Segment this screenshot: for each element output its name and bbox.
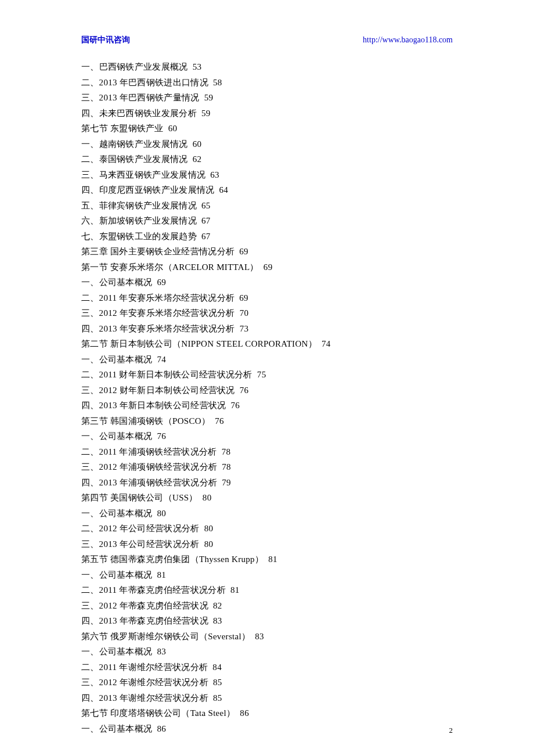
toc-label: 三、2012 年谢维尔经营状况分析: [81, 678, 208, 687]
toc-page-number: 80: [203, 493, 212, 502]
toc-page-number: 70: [240, 308, 249, 318]
toc-entry: 一、公司基本概况 76: [81, 429, 453, 444]
toc-page-number: 80: [204, 539, 214, 549]
toc-entry: 四、2013 年安赛乐米塔尔经营状况分析 73: [81, 321, 453, 337]
toc-page-number: 82: [213, 601, 222, 610]
toc-entry: 二、2011 年浦项钢铁经营状况分析 78: [81, 444, 453, 460]
toc-label: 四、2013 年蒂森克虏伯经营状况: [81, 616, 208, 625]
toc-label: 三、2013 年公司经营状况分析: [81, 539, 200, 549]
toc-label: 四、印度尼西亚钢铁产业发展情况: [81, 185, 215, 195]
toc-label: 三、2012 财年新日本制铁公司经营状况: [81, 386, 235, 395]
toc-entry: 三、2013 年巴西钢铁产量情况 59: [81, 90, 453, 106]
toc-page-number: 65: [201, 201, 211, 210]
toc-page-number: 74: [157, 355, 166, 364]
toc-entry: 五、菲律宾钢铁产业发展情况 65: [81, 198, 453, 214]
toc-label: 七、东盟钢铁工业的发展趋势: [81, 232, 197, 241]
header-company: 国研中讯咨询: [81, 35, 130, 45]
toc-page-number: 53: [193, 62, 202, 71]
toc-page-number: 83: [213, 616, 222, 625]
toc-page-number: 84: [212, 663, 222, 672]
toc-label: 五、菲律宾钢铁产业发展情况: [81, 201, 197, 210]
toc-page-number: 75: [257, 370, 266, 379]
toc-label: 二、2011 年谢维尔经营状况分析: [81, 663, 208, 672]
toc-label: 第七节 东盟钢铁产业: [81, 124, 164, 133]
toc-entry: 第四节 美国钢铁公司（USS） 80: [81, 490, 453, 506]
toc-entry: 第七节 东盟钢铁产业 60: [81, 121, 453, 136]
toc-entry: 第七节 印度塔塔钢铁公司（Tata Steel） 86: [81, 705, 453, 721]
toc-label: 一、公司基本概况: [81, 724, 152, 733]
toc-entry: 第五节 德国蒂森克虏伯集团（Thyssen Krupp） 81: [81, 552, 453, 567]
toc-entry: 一、公司基本概况 69: [81, 275, 453, 290]
toc-entry: 三、2012 年浦项钢铁经营状况分析 78: [81, 459, 453, 475]
toc-page-number: 69: [264, 262, 273, 272]
toc-page-number: 64: [219, 185, 229, 195]
toc-entry: 二、泰国钢铁产业发展情况 62: [81, 152, 453, 167]
toc-page-number: 78: [222, 462, 231, 471]
toc-page-number: 59: [204, 93, 214, 102]
toc-entry: 三、马来西亚钢铁产业发展情况 63: [81, 167, 453, 183]
toc-label: 二、2012 年公司经营状况分析: [81, 524, 200, 533]
toc-entry: 二、2011 年谢维尔经营状况分析 84: [81, 660, 453, 675]
toc-entry: 七、东盟钢铁工业的发展趋势 67: [81, 229, 453, 244]
toc-page-number: 73: [240, 324, 249, 333]
toc-label: 第二节 新日本制铁公司（NIPPON STEEL CORPORATION）: [81, 339, 317, 348]
toc-label: 二、2011 财年新日本制铁公司经营状况分析: [81, 370, 252, 379]
toc-label: 一、公司基本概况: [81, 647, 152, 656]
toc-label: 二、2011 年浦项钢铁经营状况分析: [81, 447, 217, 456]
toc-entry: 三、2012 年安赛乐米塔尔经营状况分析 70: [81, 305, 453, 321]
toc-label: 六、新加坡钢铁产业发展情况: [81, 216, 197, 225]
toc-page-number: 62: [193, 154, 202, 164]
toc-page-number: 60: [193, 139, 202, 149]
toc-page-number: 76: [240, 386, 249, 395]
toc-page-number: 69: [239, 247, 248, 256]
toc-label: 一、公司基本概况: [81, 570, 152, 579]
toc-label: 二、2011 年安赛乐米塔尔经营状况分析: [81, 293, 234, 303]
toc-entry: 三、2012 年蒂森克虏伯经营状况 82: [81, 598, 453, 614]
toc-page-number: 74: [322, 339, 331, 348]
toc-label: 四、未来巴西钢铁业发展分析: [81, 109, 197, 118]
toc-label: 三、2012 年浦项钢铁经营状况分析: [81, 462, 217, 471]
toc-label: 四、2013 年新日本制铁公司经营状况: [81, 401, 226, 410]
toc-label: 四、2013 年谢维尔经营状况分析: [81, 693, 208, 703]
toc-label: 三、2012 年安赛乐米塔尔经营状况分析: [81, 308, 235, 318]
toc-page-number: 83: [255, 632, 264, 641]
toc-page-number: 79: [222, 478, 231, 487]
toc-page-number: 81: [268, 555, 277, 564]
toc-label: 四、2013 年安赛乐米塔尔经营状况分析: [81, 324, 235, 333]
toc-label: 三、2012 年蒂森克虏伯经营状况: [81, 601, 208, 610]
toc-page-number: 80: [157, 509, 166, 518]
toc-page-number: 86: [157, 724, 166, 733]
toc-entry: 一、公司基本概况 86: [81, 721, 453, 737]
toc-entry: 一、公司基本概况 74: [81, 352, 453, 368]
toc-page-number: 60: [168, 124, 178, 133]
toc-entry: 第三章 国外主要钢铁企业经营情况分析 69: [81, 244, 453, 260]
toc-page-number: 80: [204, 524, 214, 533]
toc-label: 第四节 美国钢铁公司（USS）: [81, 493, 198, 502]
toc-label: 二、泰国钢铁产业发展情况: [81, 154, 188, 164]
page-header: 国研中讯咨询 http://www.baogao118.com: [81, 35, 453, 45]
toc-label: 第三章 国外主要钢铁企业经营情况分析: [81, 247, 234, 256]
toc-label: 第一节 安赛乐米塔尔（ARCELOR MITTAL）: [81, 262, 259, 272]
toc-label: 第七节 印度塔塔钢铁公司（Tata Steel）: [81, 708, 235, 718]
toc-page-number: 83: [157, 647, 166, 656]
toc-entry: 四、2013 年蒂森克虏伯经营状况 83: [81, 613, 453, 629]
toc-label: 一、公司基本概况: [81, 431, 152, 441]
toc-label: 一、公司基本概况: [81, 509, 152, 518]
toc-entry: 二、2011 财年新日本制铁公司经营状况分析 75: [81, 367, 453, 383]
toc-page-number: 81: [157, 570, 166, 579]
toc-entry: 三、2013 年公司经营状况分析 80: [81, 537, 453, 552]
toc-entry: 四、2013 年谢维尔经营状况分析 85: [81, 690, 453, 706]
toc-entry: 四、未来巴西钢铁业发展分析 59: [81, 106, 453, 121]
toc-page-number: 76: [157, 431, 166, 441]
toc-label: 一、公司基本概况: [81, 278, 152, 287]
toc-page-number: 78: [222, 447, 231, 456]
toc-entry: 四、2013 年新日本制铁公司经营状况 76: [81, 398, 453, 413]
toc-entry: 第六节 俄罗斯谢维尔钢铁公司（Severstal） 83: [81, 629, 453, 645]
toc-label: 第三节 韩国浦项钢铁（POSCO）: [81, 416, 210, 426]
toc-label: 三、2013 年巴西钢铁产量情况: [81, 93, 200, 102]
toc-label: 二、2013 年巴西钢铁进出口情况: [81, 78, 208, 87]
toc-page-number: 63: [210, 170, 219, 179]
toc-label: 第五节 德国蒂森克虏伯集团（Thyssen Krupp）: [81, 555, 264, 564]
toc-entry: 第一节 安赛乐米塔尔（ARCELOR MITTAL） 69: [81, 260, 453, 275]
toc-label: 一、公司基本概况: [81, 355, 152, 364]
